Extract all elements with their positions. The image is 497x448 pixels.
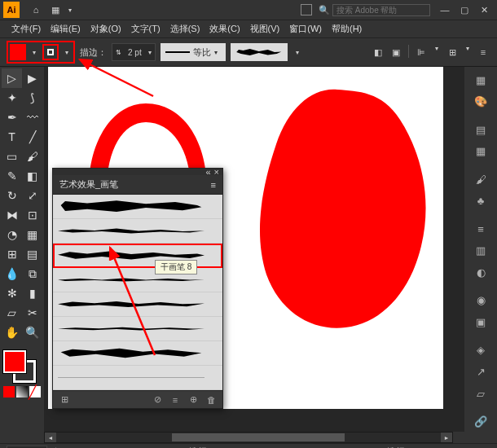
artwork-blob[interactable] [244,83,431,336]
brush-item[interactable] [53,317,222,341]
scroll-left-button[interactable]: ◄ [45,433,56,442]
brush-item[interactable] [53,341,222,366]
swatches-panel-icon[interactable]: ▦ [468,142,493,162]
stroke-profile-select[interactable]: 等比 ▾ [161,43,226,61]
stroke-width-input[interactable]: ⇅ 2 pt ▾ [112,43,156,61]
library-panel-icon[interactable]: ▤ [468,120,493,140]
brush-definition-select[interactable] [231,43,288,61]
direct-selection-tool[interactable]: ▶ [22,68,42,88]
perspective-tool[interactable]: ▦ [22,225,42,244]
scale-tool[interactable]: ⤢ [22,186,42,205]
menu-select[interactable]: 选择(S) [165,21,205,37]
library-menu-icon[interactable]: ⊞ [58,393,71,406]
none-mode-icon[interactable]: ╱ [29,386,41,397]
menu-object[interactable]: 对象(O) [86,21,126,37]
align-icon[interactable]: ⊫ [414,45,429,59]
brush-item[interactable] [53,366,222,390]
brush-item[interactable] [53,292,222,317]
chevron-down-icon[interactable]: ▾ [147,49,153,56]
gradient-tool[interactable]: ▤ [22,244,42,264]
stroke-panel-icon[interactable]: ≡ [468,219,493,239]
close-button[interactable]: ✕ [474,2,494,18]
opacity-icon[interactable]: ◧ [371,45,385,59]
layers-panel-icon[interactable]: ◈ [468,340,493,361]
symbol-sprayer-tool[interactable]: ✻ [2,283,22,303]
shaper-tool[interactable]: ✎ [2,166,22,186]
gradient-panel-icon[interactable]: ▥ [468,241,493,261]
chevron-down-icon[interactable]: ▾ [62,49,72,56]
graph-tool[interactable]: ▮ [22,283,42,303]
graphic-styles-panel-icon[interactable]: ▣ [468,312,493,332]
panel-menu-icon[interactable]: ≡ [476,45,490,59]
free-transform-tool[interactable]: ⊡ [22,205,42,225]
menu-help[interactable]: 帮助(H) [327,21,367,37]
selection-tool[interactable]: ▷ [2,68,22,88]
gradient-mode-icon[interactable] [16,386,28,397]
hand-tool[interactable]: ✋ [2,323,22,342]
mesh-tool[interactable]: ⊞ [2,244,22,264]
home-icon[interactable]: ⌂ [26,2,46,18]
scroll-right-button[interactable]: ► [441,433,452,442]
menu-type[interactable]: 文字(T) [126,21,165,37]
blend-tool[interactable]: ⧉ [22,264,42,283]
width-tool[interactable]: ⧓ [2,205,22,225]
search-input[interactable] [332,4,430,16]
chevron-down-icon[interactable]: ▾ [292,49,302,56]
appearance-panel-icon[interactable]: ◉ [468,291,493,311]
slice-tool[interactable]: ✂ [22,303,42,323]
menu-view[interactable]: 视图(V) [245,21,285,37]
rotate-tool[interactable]: ↻ [2,186,22,205]
brushes-panel[interactable]: «× 艺术效果_画笔 ≡ 干画笔 8 ⊞ ⊘ ≡ ⊕ 🗑 [52,168,223,409]
magic-wand-tool[interactable]: ✦ [2,88,22,108]
transform-icon[interactable]: ⊞ [445,45,460,59]
line-tool[interactable]: ╱ [22,127,42,147]
fill-stroke-control[interactable] [3,350,36,383]
chevron-down-icon[interactable]: ▾ [29,49,39,56]
pen-tool[interactable]: ✒ [2,108,22,127]
menu-window[interactable]: 窗口(W) [284,21,327,37]
color-panel-icon[interactable]: 🎨 [468,92,493,112]
close-icon[interactable]: × [214,167,219,177]
doc-layout-icon[interactable]: ▦ [46,2,65,18]
horizontal-scrollbar[interactable]: ◄ ► [44,432,453,443]
brush-item-selected[interactable]: 干画笔 8 [53,244,222,268]
symbols-panel-icon[interactable]: ♣ [468,191,493,212]
eraser-tool[interactable]: ◧ [22,166,42,186]
style-icon[interactable]: ▣ [389,45,403,59]
shape-builder-tool[interactable]: ◔ [2,225,22,244]
brush-item[interactable] [53,219,222,244]
menu-edit[interactable]: 编辑(E) [46,21,86,37]
menu-effect[interactable]: 效果(C) [205,21,244,37]
arrange-icon[interactable] [301,4,312,15]
artboards-panel-icon[interactable]: ▱ [468,384,493,404]
transparency-panel-icon[interactable]: ◐ [468,262,493,283]
color-mode-icon[interactable] [3,386,15,397]
stroke-label[interactable]: 描边： [80,46,107,59]
stroke-swatch[interactable] [42,44,59,60]
eyedropper-tool[interactable]: 💧 [2,264,22,283]
links-panel-icon[interactable]: 🔗 [468,411,493,432]
chevron-down-icon[interactable]: ▾ [65,7,75,14]
brushes-panel-icon[interactable]: 🖌 [468,169,493,190]
fill-swatch[interactable] [10,44,26,60]
asset-export-panel-icon[interactable]: ↗ [468,362,493,382]
brush-item[interactable] [53,195,222,219]
delete-brush-icon[interactable]: 🗑 [205,393,218,406]
rectangle-tool[interactable]: ▭ [2,147,22,166]
zoom-tool[interactable]: 🔍 [22,323,42,342]
type-tool[interactable]: T [2,127,22,147]
collapse-icon[interactable]: « [205,167,210,177]
zoom-select[interactable]: 100%▾ [7,446,47,449]
properties-panel-icon[interactable]: ▦ [468,70,493,90]
remove-stroke-icon[interactable]: ⊘ [151,393,164,406]
chevron-down-icon[interactable]: ▾ [463,45,473,59]
stepper-icon[interactable]: ⇅ [114,49,123,56]
curvature-tool[interactable]: 〰 [22,108,42,127]
artboard-tool[interactable]: ▱ [2,303,22,323]
brush-options-icon[interactable]: ≡ [169,393,182,406]
paintbrush-tool[interactable]: 🖌 [22,147,42,166]
minimize-button[interactable]: — [435,2,455,18]
maximize-button[interactable]: ▢ [455,2,474,18]
lasso-tool[interactable]: ⟆ [22,88,42,108]
new-brush-icon[interactable]: ⊕ [187,393,200,406]
